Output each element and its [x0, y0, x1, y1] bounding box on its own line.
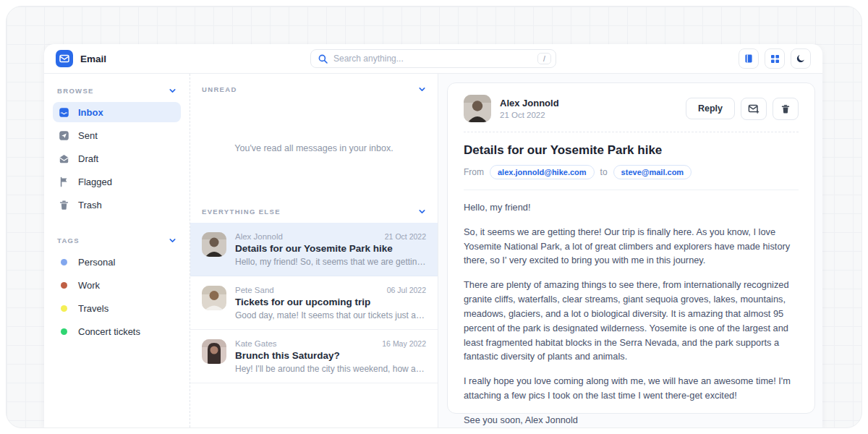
- draft-icon: [59, 153, 69, 164]
- tag-color-dot: [61, 305, 67, 312]
- sidebar-item-trash[interactable]: Trash: [53, 195, 181, 215]
- email-logo-icon: [56, 50, 73, 67]
- tag-label: Work: [78, 280, 100, 291]
- sidebar-item-label: Draft: [78, 153, 98, 164]
- moon-icon: [796, 54, 806, 64]
- tag-label: Travels: [78, 303, 109, 314]
- email-date: 16 May 2022: [382, 339, 426, 348]
- sidebar-item-inbox[interactable]: Inbox: [53, 102, 181, 122]
- everything-else-section-header: EVERYTHING ELSE: [190, 196, 438, 223]
- sidebar-item-draft[interactable]: Draft: [53, 148, 181, 169]
- chevron-down-icon[interactable]: [418, 85, 426, 93]
- email-signature: See you soon, Alex Jonnold: [464, 413, 799, 427]
- sidebar-item-label: Sent: [78, 130, 98, 141]
- chevron-down-icon[interactable]: [169, 237, 176, 244]
- mail-plus-icon: [748, 103, 760, 114]
- sidebar-item-label: Trash: [78, 200, 102, 210]
- tag-item-personal[interactable]: Personal: [53, 252, 181, 272]
- tag-item-travels[interactable]: Travels: [53, 298, 181, 318]
- email-paragraph: So, it seems we are getting there! Our t…: [464, 225, 799, 268]
- reply-button[interactable]: Reply: [686, 98, 735, 119]
- sidebar-item-flagged[interactable]: Flagged: [53, 171, 181, 192]
- avatar: [202, 286, 226, 310]
- email-paragraph: I really hope you love coming along with…: [464, 374, 799, 403]
- to-label: to: [600, 167, 608, 177]
- email-preview: Good day, mate! It seems that our ticket…: [235, 310, 426, 320]
- email-preview: Hello, my friend! So, it seems that we a…: [235, 257, 426, 267]
- search-shortcut-hint: /: [537, 53, 551, 64]
- everything-else-label: EVERYTHING ELSE: [202, 208, 281, 216]
- email-subject: Tickets for our upcoming trip: [235, 297, 426, 307]
- from-to-row: From alex.jonnold@hike.com to steve@mail…: [464, 165, 799, 179]
- tags-label: TAGS: [57, 237, 80, 244]
- email-detail-card: Alex Jonnold 21 Oct 2022 Reply: [447, 82, 815, 414]
- trash-icon: [59, 200, 69, 210]
- email-sender: Pete Sand: [235, 286, 274, 294]
- sent-icon: [59, 130, 69, 141]
- email-paragraph: Hello, my friend!: [464, 200, 799, 215]
- browse-section-header: BROWSE: [53, 84, 181, 102]
- tag-label: Concert tickets: [78, 326, 140, 337]
- search-bar[interactable]: /: [310, 49, 556, 68]
- library-icon: [744, 54, 754, 64]
- email-sender: Kate Gates: [235, 339, 277, 348]
- from-label: From: [464, 167, 484, 177]
- trash-icon: [780, 103, 791, 114]
- unread-empty-state: You've read all messages in your inbox.: [190, 101, 438, 196]
- chevron-down-icon[interactable]: [169, 87, 176, 95]
- sidebar-item-sent[interactable]: Sent: [53, 125, 181, 145]
- tag-item-work[interactable]: Work: [53, 275, 181, 295]
- divider: [464, 132, 799, 132]
- detail-subject: Details for our Yosemite Park hike: [464, 143, 799, 158]
- email-date: 21 Oct 2022: [385, 232, 426, 241]
- detail-header: Alex Jonnold 21 Oct 2022 Reply: [464, 95, 799, 122]
- to-email-chip[interactable]: steve@mail.com: [613, 165, 692, 179]
- sidebar-item-label: Inbox: [78, 107, 103, 118]
- inbox-icon: [59, 107, 69, 118]
- apps-grid-icon: [770, 54, 780, 64]
- message-list-column: UNREAD You've read all messages in your …: [190, 74, 438, 427]
- unread-label: UNREAD: [202, 85, 237, 93]
- divider: [464, 190, 799, 190]
- email-paragraph: There are plenty of amazing things to se…: [464, 278, 799, 364]
- email-list-item[interactable]: Kate Gates 16 May 2022 Brunch this Satur…: [190, 330, 438, 383]
- topbar-actions: [659, 48, 811, 69]
- unread-section-header: UNREAD: [190, 74, 438, 101]
- detail-date: 21 Oct 2022: [500, 111, 559, 119]
- main-area: BROWSE Inbox Sent: [44, 74, 822, 427]
- detail-sender-name: Alex Jonnold: [500, 98, 559, 109]
- apps-button[interactable]: [765, 48, 785, 69]
- email-list-item[interactable]: Pete Sand 06 Jul 2022 Tickets for our up…: [190, 276, 438, 330]
- tags-section-header: TAGS: [53, 234, 181, 252]
- email-list-item[interactable]: Alex Jonnold 21 Oct 2022 Details for our…: [190, 223, 438, 276]
- email-body: Hello, my friend! So, it seems we are ge…: [464, 200, 799, 427]
- sidebar: BROWSE Inbox Sent: [44, 74, 190, 427]
- topbar: Email /: [44, 44, 822, 74]
- page-background: Email /: [6, 6, 862, 428]
- tag-color-dot: [61, 282, 67, 289]
- email-subject: Details for our Yosemite Park hike: [235, 243, 426, 254]
- dark-mode-button[interactable]: [791, 48, 811, 69]
- tag-color-dot: [61, 328, 67, 335]
- tag-label: Personal: [78, 257, 115, 268]
- avatar: [464, 95, 491, 122]
- flag-icon: [59, 176, 69, 187]
- avatar: [202, 339, 226, 364]
- chevron-down-icon[interactable]: [418, 208, 426, 216]
- sidebar-item-label: Flagged: [78, 176, 112, 187]
- delete-button[interactable]: [773, 98, 799, 120]
- email-detail-panel: Alex Jonnold 21 Oct 2022 Reply: [438, 74, 822, 427]
- from-email-chip[interactable]: alex.jonnold@hike.com: [490, 165, 595, 179]
- mail-plus-button[interactable]: [741, 98, 767, 120]
- search-input[interactable]: [333, 54, 532, 64]
- app-brand: Email: [56, 50, 208, 67]
- tag-item-concert-tickets[interactable]: Concert tickets: [53, 321, 181, 341]
- email-app-window: Email /: [44, 44, 822, 427]
- tag-color-dot: [61, 259, 67, 265]
- app-title: Email: [80, 54, 106, 64]
- search-icon: [318, 54, 328, 64]
- email-subject: Brunch this Saturday?: [235, 350, 426, 361]
- browse-label: BROWSE: [57, 87, 94, 95]
- library-button[interactable]: [739, 48, 759, 69]
- email-preview: Hey! I'll be around the city this weeken…: [235, 364, 426, 374]
